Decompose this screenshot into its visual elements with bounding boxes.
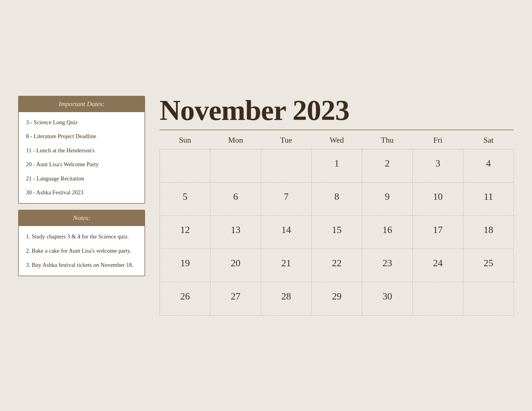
date-item-5: 30 - Ashka Festival 2023 [26,188,137,197]
calendar-day-2-1: 13 [210,215,261,249]
calendar-day-3-3: 22 [311,249,362,282]
date-item-1: 8 - Literature Project Deadline [26,132,137,141]
calendar-day-0-4: 2 [362,149,413,182]
calendar-day-2-6: 18 [463,215,514,249]
calendar-week-row-0: 1234 [160,149,514,182]
calendar-day-0-5: 3 [413,149,463,182]
page-wrapper: Important Dates: 3 - Science Long Quiz 8… [0,84,532,328]
calendar-day-4-4: 30 [362,282,413,315]
calendar-day-2-5: 17 [413,215,463,249]
calendar-day-0-1 [210,149,261,182]
note-item-0: 1. Study chapters 3 & 4 for the Science … [26,232,137,241]
calendar-day-1-1: 6 [210,182,261,215]
important-dates-section: Important Dates: 3 - Science Long Quiz 8… [18,96,145,204]
day-header-tue: Tue [261,130,311,149]
calendar-day-1-3: 8 [311,182,362,215]
calendar-day-2-0: 12 [160,215,210,249]
calendar-day-3-6: 25 [463,249,514,282]
calendar-day-1-0: 5 [160,182,210,215]
calendar-day-0-6: 4 [463,149,514,182]
calendar-day-3-4: 23 [362,249,413,282]
calendar-day-4-2: 28 [261,282,311,315]
calendar-week-row-3: 19202122232425 [160,249,514,282]
date-item-0: 3 - Science Long Quiz [26,118,137,127]
calendar-header-row: Sun Mon Tue Wed Thu Fri Sat [160,130,514,149]
sidebar: Important Dates: 3 - Science Long Quiz 8… [18,96,145,282]
calendar-title: November 2023 [160,96,514,125]
calendar-day-1-5: 10 [413,182,463,215]
date-item-2: 11 - Lunch at the Henderson's [26,146,137,155]
day-header-thu: Thu [362,130,413,149]
day-header-sun: Sun [160,130,210,149]
calendar-day-3-0: 19 [160,249,210,282]
calendar-day-2-2: 14 [261,215,311,249]
notes-content: 1. Study chapters 3 & 4 for the Science … [18,226,145,276]
calendar-day-0-2 [261,149,311,182]
notes-header: Notes: [18,210,145,226]
day-header-fri: Fri [413,130,463,149]
calendar-day-3-5: 24 [413,249,463,282]
note-item-2: 3. Buy Ashka festival tickets on Novembe… [26,261,137,269]
calendar-day-1-4: 9 [362,182,413,215]
calendar-week-row-1: 567891011 [160,182,514,215]
date-item-3: 20 - Aunt Lisa's Welcome Party [26,160,137,169]
calendar-day-0-3: 1 [311,149,362,182]
calendar-area: November 2023 Sun Mon Tue Wed Thu Fri Sa… [160,96,514,316]
day-header-wed: Wed [311,130,362,149]
calendar-day-1-6: 11 [463,182,514,215]
calendar-day-3-2: 21 [261,249,311,282]
calendar-day-2-4: 16 [362,215,413,249]
calendar-day-4-5 [413,282,463,315]
calendar-day-4-1: 27 [210,282,261,315]
calendar-day-4-3: 29 [311,282,362,315]
important-dates-content: 3 - Science Long Quiz 8 - Literature Pro… [18,112,145,204]
day-header-sat: Sat [463,130,514,149]
calendar-week-row-4: 2627282930 [160,282,514,315]
note-item-1: 2. Bake a cake for Aunt Lisa's welcome p… [26,246,137,255]
important-dates-header: Important Dates: [18,96,145,112]
calendar-day-1-2: 7 [261,182,311,215]
day-header-mon: Mon [210,130,261,149]
calendar-day-4-6 [463,282,514,315]
calendar-day-3-1: 20 [210,249,261,282]
notes-section: Notes: 1. Study chapters 3 & 4 for the S… [18,210,145,276]
calendar-day-4-0: 26 [160,282,210,315]
calendar-week-row-2: 12131415161718 [160,215,514,249]
calendar-day-2-3: 15 [311,215,362,249]
date-item-4: 21 - Language Recitation [26,174,137,183]
calendar-table: Sun Mon Tue Wed Thu Fri Sat 123456789101… [160,130,514,316]
calendar-day-0-0 [160,149,210,182]
